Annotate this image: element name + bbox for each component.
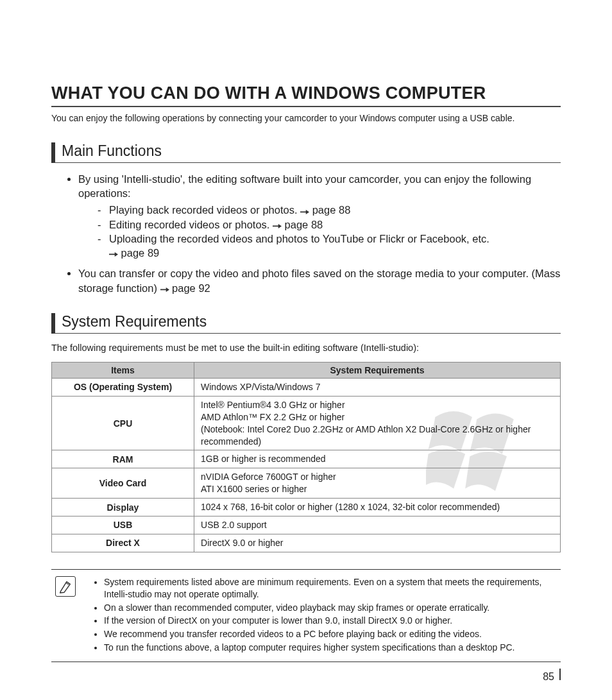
cell-line: (Notebook: Intel Core2 Duo 2.2GHz or AMD…	[201, 423, 554, 448]
cell-line: ATI X1600 series or higher	[201, 483, 554, 495]
list-item: Uploading the recorded videos and photos…	[98, 232, 561, 260]
page-ref: page 88	[312, 204, 351, 216]
page-ref: page 88	[285, 219, 323, 230]
pageref-arrow-icon	[300, 203, 309, 218]
table-row: Video Card nVIDIA Geforce 7600GT or high…	[52, 468, 561, 499]
note-box: System requirements listed above are min…	[51, 569, 561, 662]
cell-label: OS (Operating System)	[52, 379, 194, 397]
note-item: To run the functions above, a laptop com…	[104, 642, 557, 654]
cell-value: nVIDIA Geforce 7600GT or higher ATI X160…	[194, 468, 561, 499]
note-item: If the version of DirectX on your comput…	[104, 615, 557, 627]
table-header-sysreq: System Requirements	[194, 363, 561, 379]
cell-value: USB 2.0 support	[194, 516, 561, 534]
cell-label: Video Card	[52, 468, 194, 499]
main-functions-list: By using 'Intelli-studio', the editing s…	[51, 172, 561, 295]
table-header-items: Items	[52, 363, 194, 379]
cell-value: Windows XP/Vista/Windows 7	[194, 379, 561, 397]
table-header-row: Items System Requirements	[52, 363, 561, 379]
cell-label: Display	[52, 499, 194, 516]
note-item: We recommend you transfer recorded video…	[104, 628, 557, 640]
list-item: You can transfer or copy the video and p…	[78, 266, 561, 295]
system-requirements-table: Items System Requirements OS (Operating …	[51, 362, 561, 552]
cell-value: DirectX 9.0 or higher	[194, 534, 561, 552]
list-item: Editing recorded videos or photos. page …	[98, 218, 561, 232]
table-row: CPU Intel® Pentium®4 3.0 GHz or higher A…	[52, 396, 561, 450]
page-number-divider	[559, 669, 561, 680]
page-ref: page 89	[121, 247, 160, 259]
cell-value: 1GB or higher is recommended	[194, 450, 561, 468]
pageref-arrow-icon	[109, 246, 118, 260]
page-title: WHAT YOU CAN DO WITH A WINDOWS COMPUTER	[51, 83, 561, 107]
cell-line: Intel® Pentium®4 3.0 GHz or higher	[201, 399, 554, 411]
cell-label: Direct X	[52, 534, 194, 552]
page-number: 85	[543, 671, 554, 683]
cell-label: CPU	[52, 396, 194, 450]
list-item: Playing back recorded videos or photos. …	[98, 203, 561, 217]
cell-value: 1024 x 768, 16-bit color or higher (1280…	[194, 499, 561, 516]
table-row: Direct X DirectX 9.0 or higher	[52, 534, 561, 552]
sub-list: Playing back recorded videos or photos. …	[78, 203, 561, 260]
list-text: Editing recorded videos or photos.	[109, 219, 273, 230]
table-row: Display 1024 x 768, 16-bit color or high…	[52, 499, 561, 516]
pageref-arrow-icon	[160, 282, 169, 296]
page-footer: 85	[51, 671, 561, 683]
cell-label: USB	[52, 516, 194, 534]
page-ref: page 92	[172, 282, 210, 294]
note-icon	[55, 576, 76, 597]
pageref-arrow-icon	[273, 218, 282, 232]
system-requirements-heading: System Requirements	[51, 313, 561, 334]
main-functions-heading: Main Functions	[51, 142, 561, 163]
document-page: WHAT YOU CAN DO WITH A WINDOWS COMPUTER …	[51, 83, 561, 683]
cell-value: Intel® Pentium®4 3.0 GHz or higher AMD A…	[194, 396, 561, 450]
cell-label: RAM	[52, 450, 194, 468]
intro-text: You can enjoy the following operations b…	[51, 112, 561, 124]
list-item: By using 'Intelli-studio', the editing s…	[78, 172, 561, 260]
table-row: USB USB 2.0 support	[52, 516, 561, 534]
cell-line: nVIDIA Geforce 7600GT or higher	[201, 471, 554, 483]
note-item: On a slower than recommended computer, v…	[104, 602, 557, 614]
list-text: By using 'Intelli-studio', the editing s…	[78, 173, 531, 199]
sysreq-table-wrap: Items System Requirements OS (Operating …	[51, 362, 561, 552]
cell-line: AMD Athlon™ FX 2.2 GHz or higher	[201, 411, 554, 423]
list-text: Uploading the recorded videos and photos…	[109, 233, 489, 244]
note-list: System requirements listed above are min…	[83, 576, 557, 655]
list-text: You can transfer or copy the video and p…	[78, 268, 561, 293]
sysreq-intro: The following requirements must be met t…	[51, 343, 561, 353]
table-row: OS (Operating System) Windows XP/Vista/W…	[52, 379, 561, 397]
list-text: Playing back recorded videos or photos.	[109, 204, 300, 216]
table-row: RAM 1GB or higher is recommended	[52, 450, 561, 468]
note-item: System requirements listed above are min…	[104, 576, 557, 601]
